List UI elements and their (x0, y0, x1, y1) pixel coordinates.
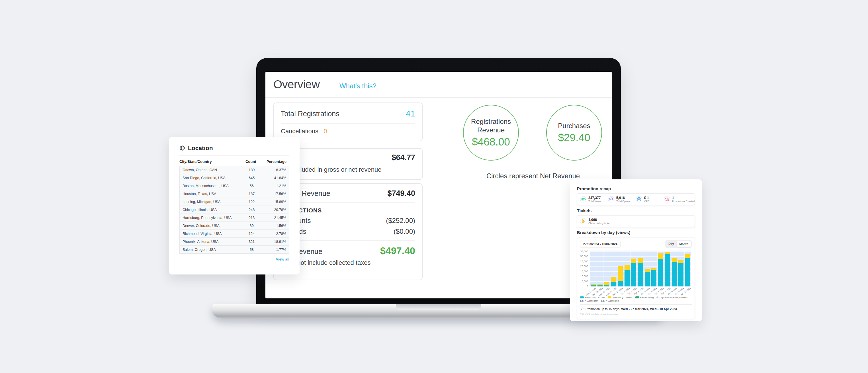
table-cell: Houston, Texas, USA (180, 192, 241, 196)
cancellations-label: Cancellations : (281, 128, 323, 135)
legend-label: Events.com Discover (585, 296, 605, 299)
chart-y-axis: 05,00010,00015,00020,00025,00030,00035,0… (580, 251, 590, 286)
chart-area: 05,00010,00015,00020,00025,00030,00035,0… (580, 251, 692, 286)
table-cell: 21.45% (262, 216, 289, 220)
legend-swatch (608, 297, 612, 299)
bar-segment (685, 254, 690, 258)
circle-label: Revenue (477, 126, 505, 134)
legend-label: E.S. = Event's start (580, 300, 598, 302)
table-row: Lansing, Michigan, USA12215.89% (179, 197, 289, 206)
target-icon (636, 196, 642, 203)
taxes-amount: $64.77 (281, 153, 415, 162)
promo-stat-text: 1,066Clicks on buy ticket (588, 218, 610, 225)
table-cell: Lansing, Michigan, USA (180, 200, 241, 204)
table-cell: Salem, Oregon, USA (180, 248, 241, 252)
bar-segment (645, 269, 650, 272)
location-card: Location City/State/CountryCountPercenta… (169, 137, 300, 275)
bar-segment (604, 282, 609, 285)
registrations-revenue-circle: RegistrationsRevenue$468.00 (463, 105, 519, 161)
table-row: Ottawa, Ontario, CAN1896.37% (179, 166, 289, 174)
circles-caption: Circles represent Net Revenue (465, 172, 601, 180)
table-cell: Denver, Colorado, USA (180, 224, 241, 228)
gridline-vertical (678, 251, 678, 286)
discounts-value: ($252.00) (386, 217, 415, 225)
table-cell: 56 (241, 184, 262, 188)
deductions-heading: DEDUCTIONS (281, 207, 415, 214)
bar-segment (658, 253, 663, 259)
legend-item: E.S. = Event's start (580, 300, 598, 302)
laptop-notch (396, 304, 481, 310)
bar-segment (638, 258, 643, 263)
bar-segment (665, 252, 670, 254)
gridline-vertical (603, 251, 603, 286)
total-registrations-value: 41 (406, 109, 415, 119)
breakdown-title: Breakdown by day (views) (577, 230, 695, 235)
bar-segment (597, 284, 602, 285)
gridline-vertical (671, 251, 671, 286)
bar-segment (658, 259, 663, 286)
promo-stat: 1,066Clicks on buy ticket (580, 218, 692, 225)
whats-this-link[interactable]: What's this? (339, 82, 376, 90)
table-cell: 1.77% (262, 248, 289, 252)
table-cell: 321 (241, 240, 262, 244)
y-tick-label: 20,000 (580, 265, 588, 268)
legend-label: Premier listing (640, 296, 654, 299)
promo-stat: $ 1CPE (636, 196, 664, 203)
divider (281, 123, 415, 124)
bar-segment (651, 268, 656, 270)
table-cell: Chicago, Illinois, USA (180, 208, 241, 212)
table-cell: 15.89% (262, 200, 289, 204)
bar-segment (678, 263, 683, 286)
table-row: Harrisburg, Pennsylvania, USA21321.45% (179, 214, 289, 222)
view-all-link[interactable]: View all (179, 257, 289, 261)
globe-icon (179, 145, 185, 151)
table-cell: 187 (241, 192, 262, 196)
bar-segment (672, 262, 677, 286)
promo-stat-value: 5,916 (616, 196, 630, 200)
table-cell: Harrisburg, Pennsylvania, USA (180, 216, 241, 220)
legend-label: E.E. = Event's end (601, 300, 619, 302)
toggle-month-button[interactable]: Month (677, 241, 691, 247)
promo-stat-label: Total Opens (616, 200, 630, 203)
divider (580, 304, 692, 305)
gridline-vertical (630, 251, 630, 286)
y-tick-label: 30,000 (580, 255, 588, 258)
cancellations-row: Cancellations : 0 (281, 128, 415, 135)
table-cell: San Diego, California, USA (180, 176, 241, 180)
table-cell: 18.91% (262, 240, 289, 244)
circle-label: Registrations (471, 117, 511, 126)
y-tick-label: 25,000 (580, 260, 588, 263)
table-cell: 2.78% (262, 232, 289, 236)
promo-stat-label: Promotions Created (672, 200, 695, 203)
table-cell: 1.56% (262, 224, 289, 228)
divider (281, 240, 415, 241)
cancellations-value: 0 (323, 128, 327, 135)
table-cell: 122 (241, 200, 262, 204)
toggle-day-button[interactable]: Day (666, 241, 676, 247)
location-table: Ottawa, Ontario, CAN1896.37%San Diego, C… (179, 166, 289, 254)
promotion-note-text: Promotion up to 15 days: (586, 307, 621, 311)
purchases-circle: Purchases$29.40 (546, 105, 602, 161)
mail-open-icon (608, 196, 614, 203)
table-cell: 124 (241, 232, 262, 236)
table-cell: 41.84% (262, 176, 289, 180)
y-tick-label: 5,000 (582, 280, 588, 283)
promotion-card: Promotion recap 347,377Total Views5,916T… (570, 179, 702, 321)
chart-tip: TIP: Click on date to see timeframe (580, 313, 692, 316)
gridline-vertical (624, 251, 624, 286)
promo-stat-label: Total Views (588, 200, 601, 203)
circle-value: $468.00 (472, 136, 510, 148)
gridline-vertical (651, 251, 651, 286)
tickets-title: Tickets (577, 208, 695, 213)
circle-value: $29.40 (558, 132, 590, 144)
bar-segment (645, 272, 650, 286)
confetti-icon (580, 307, 584, 311)
bar-segment (611, 282, 616, 286)
promo-stat-label: CPE (644, 200, 650, 203)
bar-segment (618, 281, 623, 286)
table-row: Denver, Colorado, USA891.56% (179, 221, 289, 230)
legend-label: Advertising channels (613, 296, 632, 299)
table-cell: 89 (241, 224, 262, 228)
date-range-picker[interactable]: 27/03/2024 - 10/04/2024 (580, 241, 621, 247)
bar-segment (611, 277, 616, 282)
